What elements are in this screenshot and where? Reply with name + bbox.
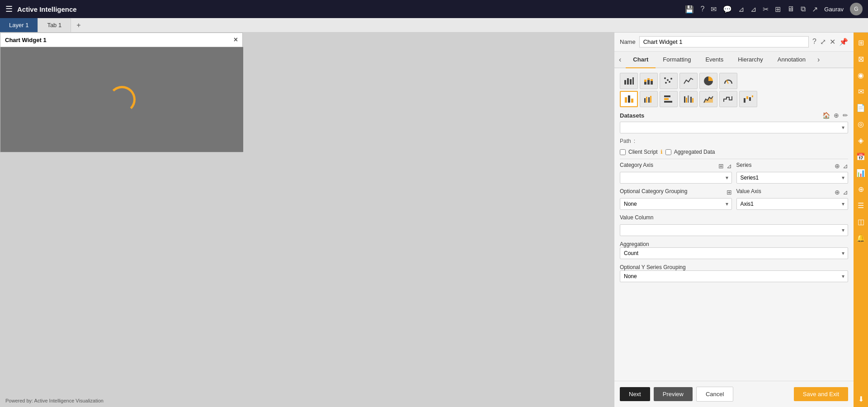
hamburger-icon[interactable]: ☰ <box>5 4 13 14</box>
help-icon[interactable]: ? <box>700 5 704 13</box>
pin-icon[interactable]: 📌 <box>839 38 848 46</box>
monitor-icon[interactable]: 🖥 <box>787 5 794 13</box>
save-exit-button[interactable]: Save and Exit <box>794 387 848 401</box>
value-axis-section: Value Axis ⊕ ⊿ Axis1 ▾ <box>736 188 849 210</box>
sidebar-icon-6[interactable]: ◎ <box>854 116 868 132</box>
datasets-home-icon[interactable]: 🏠 <box>822 112 830 119</box>
sidebar-icon-8[interactable]: 📅 <box>854 148 868 165</box>
svg-rect-33 <box>746 96 748 99</box>
chart-type-line[interactable] <box>679 73 698 89</box>
value-axis-filter-icon[interactable]: ⊿ <box>843 189 848 196</box>
chart-type-pie[interactable] <box>699 73 717 89</box>
tab-add-button[interactable]: + <box>71 18 86 32</box>
panel-footer: Next Preview Cancel Save and Exit <box>614 381 854 407</box>
optional-cat-group-icon[interactable]: ⊞ <box>726 189 732 196</box>
expand-icon[interactable]: ↗ <box>812 5 818 14</box>
chart-type-stacked-bar[interactable] <box>640 73 658 89</box>
optional-cat-dropdown[interactable]: None <box>620 198 732 210</box>
aggregation-dropdown[interactable]: Count <box>620 247 848 259</box>
table-icon[interactable]: ⊞ <box>775 5 781 14</box>
widget-title: Chart Widget 1 <box>5 37 47 43</box>
copy-icon[interactable]: ⧉ <box>801 5 806 13</box>
preview-button[interactable]: Preview <box>654 387 693 401</box>
tabs-bar: Layer 1 Tab 1 + <box>0 18 868 33</box>
value-column-dropdown[interactable] <box>620 224 848 236</box>
category-axis-group-icon[interactable]: ⊞ <box>718 162 724 170</box>
sidebar-icon-1[interactable]: ⊞ <box>854 34 868 51</box>
scissors-icon[interactable]: ✂ <box>763 5 769 14</box>
chart-type-gauge[interactable] <box>719 73 737 89</box>
svg-rect-6 <box>647 80 650 85</box>
value-axis-dropdown[interactable]: Axis1 <box>736 198 849 210</box>
svg-rect-27 <box>686 98 687 103</box>
svg-rect-22 <box>650 96 651 103</box>
sidebar-icon-4[interactable]: ✉ <box>854 83 868 99</box>
aggregation-label: Aggregation <box>620 241 649 247</box>
datasets-dropdown-wrapper: ▾ <box>620 122 848 133</box>
series-dropdown[interactable]: Series1 <box>736 172 849 184</box>
sidebar-icon-10[interactable]: ⊕ <box>854 181 868 197</box>
user-avatar[interactable]: G <box>850 3 863 15</box>
sidebar-icon-13[interactable]: 🔔 <box>854 230 868 246</box>
series-filter-icon[interactable]: ⊿ <box>843 162 848 170</box>
help-panel-icon[interactable]: ? <box>812 38 816 46</box>
comment-icon[interactable]: 💬 <box>723 5 732 14</box>
category-axis-filter-icon[interactable]: ⊿ <box>726 162 732 170</box>
datasets-add-icon[interactable]: ⊕ <box>834 112 839 119</box>
optional-y-series-dropdown[interactable]: None <box>620 270 848 282</box>
optional-y-series-dropdown-wrapper: None ▾ <box>620 270 848 282</box>
tab-hierarchy[interactable]: Hierarchy <box>731 52 770 68</box>
sidebar-icon-3[interactable]: ◉ <box>854 67 868 83</box>
sidebar-icon-bottom[interactable]: ⬇ <box>854 391 868 407</box>
tab-annotation[interactable]: Annotation <box>770 52 813 68</box>
value-axis-add-icon[interactable]: ⊕ <box>835 189 840 196</box>
sidebar-icon-12[interactable]: ◫ <box>854 213 868 230</box>
chart-type-scatter[interactable] <box>660 73 678 89</box>
tab-chart[interactable]: Chart <box>626 52 656 68</box>
save-icon[interactable]: 💾 <box>685 5 694 14</box>
powered-by: Powered by: Active Intelligence Visualiz… <box>5 398 104 403</box>
sidebar-icon-7[interactable]: ◈ <box>854 132 868 148</box>
sidebar-icon-11[interactable]: ☰ <box>854 197 868 213</box>
aggregated-data-checkbox[interactable] <box>665 149 671 155</box>
series-add-icon[interactable]: ⊕ <box>835 162 840 170</box>
tab-tab1[interactable]: Tab 1 <box>38 18 71 32</box>
datasets-dropdown[interactable] <box>620 122 848 133</box>
sidebar-icon-5[interactable]: 📄 <box>854 99 868 116</box>
svg-rect-26 <box>684 96 685 103</box>
close-panel-icon[interactable]: ✕ <box>830 38 835 46</box>
chart-type-step[interactable] <box>719 91 737 107</box>
chart-type-multi-bar[interactable] <box>679 91 698 107</box>
client-script-info-icon[interactable]: ℹ <box>660 149 663 155</box>
top-bar: ☰ Active Intelligence 💾 ? ✉ 💬 ⊿ ⊿ ✂ ⊞ 🖥 … <box>0 0 868 18</box>
sidebar-icon-9[interactable]: 📊 <box>854 165 868 181</box>
nav-prev-arrow[interactable]: ‹ <box>614 52 626 67</box>
panel-header-icons: ? ⤢ ✕ 📌 <box>812 38 848 46</box>
widget-close-button[interactable]: × <box>234 36 238 44</box>
next-button[interactable]: Next <box>620 387 650 401</box>
chart-type-bar[interactable] <box>620 73 638 89</box>
name-input[interactable] <box>639 36 809 47</box>
chart-type-hbar[interactable] <box>660 91 678 107</box>
chart-type-vbar-selected[interactable] <box>620 91 638 107</box>
tab-events[interactable]: Events <box>698 52 731 68</box>
mail-icon[interactable]: ✉ <box>711 5 717 14</box>
chart-type-waterfall[interactable] <box>739 91 757 107</box>
chart-type-grouped-bar[interactable] <box>640 91 658 107</box>
tab-layer1[interactable]: Layer 1 <box>0 18 38 32</box>
datasets-edit-icon[interactable]: ✏ <box>843 112 848 119</box>
sidebar-icon-2[interactable]: ⊠ <box>854 51 868 67</box>
cancel-button[interactable]: Cancel <box>696 387 733 402</box>
filter2-icon[interactable]: ⊿ <box>750 5 756 14</box>
svg-point-11 <box>667 79 669 81</box>
svg-rect-25 <box>664 101 672 103</box>
category-axis-label: Category Axis <box>620 162 653 168</box>
category-axis-dropdown[interactable] <box>620 172 732 184</box>
chart-type-area[interactable] <box>699 91 717 107</box>
client-script-checkbox[interactable] <box>620 149 626 155</box>
svg-point-12 <box>669 81 670 83</box>
nav-next-arrow[interactable]: › <box>813 52 824 67</box>
filter-icon[interactable]: ⊿ <box>738 5 744 14</box>
move-icon[interactable]: ⤢ <box>820 38 826 46</box>
tab-formatting[interactable]: Formatting <box>656 52 698 68</box>
